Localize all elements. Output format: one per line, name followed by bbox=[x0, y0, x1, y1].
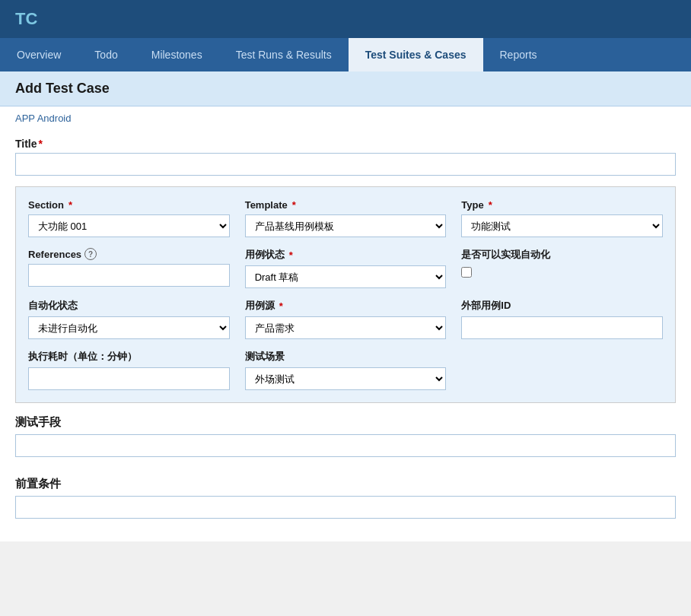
app-logo: TC bbox=[15, 9, 37, 28]
test-scenario-select[interactable]: 外场测试 bbox=[245, 367, 447, 390]
title-label: Title* bbox=[15, 138, 676, 150]
breadcrumb-link[interactable]: APP Android bbox=[15, 113, 71, 124]
external-id-col: 外部用例ID bbox=[461, 299, 663, 339]
case-status-required: * bbox=[289, 249, 293, 261]
case-status-select[interactable]: Draft 草稿 bbox=[245, 265, 447, 288]
template-select[interactable]: 产品基线用例模板 bbox=[245, 214, 447, 237]
type-required: * bbox=[489, 199, 492, 211]
template-label: Template * bbox=[245, 199, 447, 211]
test-means-input[interactable] bbox=[15, 434, 676, 457]
external-id-label: 外部用例ID bbox=[461, 299, 663, 313]
references-label: References ? bbox=[28, 248, 230, 260]
tab-overview[interactable]: Overview bbox=[0, 38, 78, 71]
case-status-col: 用例状态 * Draft 草稿 bbox=[245, 248, 447, 288]
tab-todo[interactable]: Todo bbox=[78, 38, 134, 71]
auto-checkbox-label: 是否可以实现自动化 bbox=[461, 248, 663, 262]
template-required: * bbox=[292, 199, 296, 211]
section-select[interactable]: 大功能 001 bbox=[28, 214, 230, 237]
case-source-select[interactable]: 产品需求 bbox=[245, 316, 447, 339]
references-input[interactable] bbox=[28, 264, 230, 287]
exec-time-label: 执行耗时（单位：分钟） bbox=[28, 350, 230, 364]
test-means-section: 测试手段 bbox=[15, 415, 676, 465]
preconditions-title: 前置条件 bbox=[15, 477, 676, 491]
external-id-input[interactable] bbox=[461, 316, 663, 339]
breadcrumb[interactable]: APP Android bbox=[0, 106, 691, 130]
preconditions-section: 前置条件 bbox=[15, 477, 676, 526]
automation-col: 自动化状态 未进行自动化 bbox=[28, 299, 230, 339]
exec-time-input[interactable] bbox=[28, 367, 230, 390]
type-col: Type * 功能测试 bbox=[461, 199, 663, 237]
case-source-label: 用例源 * bbox=[245, 299, 447, 313]
section-col: Section * 大功能 001 bbox=[28, 199, 230, 237]
references-col: References ? bbox=[28, 248, 230, 288]
test-scenario-col: 测试场景 外场测试 bbox=[245, 350, 447, 390]
automation-select[interactable]: 未进行自动化 bbox=[28, 316, 230, 339]
tab-milestones[interactable]: Milestones bbox=[135, 38, 219, 71]
page-title-bar: Add Test Case bbox=[0, 71, 691, 106]
auto-checkbox[interactable] bbox=[461, 267, 472, 278]
title-field-group: Title* bbox=[15, 138, 676, 176]
references-help-icon[interactable]: ? bbox=[84, 248, 97, 260]
case-source-col: 用例源 * 产品需求 bbox=[245, 299, 447, 339]
form-grid: Section * 大功能 001 Template * 产品基线用例模板 bbox=[28, 199, 663, 390]
case-source-required: * bbox=[279, 300, 283, 312]
tab-test-suites[interactable]: Test Suites & Cases bbox=[349, 38, 483, 71]
auto-checkbox-col: 是否可以实现自动化 bbox=[461, 248, 663, 288]
auto-checkbox-wrapper bbox=[461, 267, 663, 278]
case-status-label: 用例状态 * bbox=[245, 248, 447, 262]
test-means-title: 测试手段 bbox=[15, 415, 676, 430]
title-input[interactable] bbox=[15, 153, 676, 176]
preconditions-input[interactable] bbox=[15, 496, 676, 519]
test-scenario-label: 测试场景 bbox=[245, 350, 447, 364]
form-section: Section * 大功能 001 Template * 产品基线用例模板 bbox=[15, 186, 676, 403]
type-label: Type * bbox=[461, 199, 663, 211]
section-label: Section * bbox=[28, 199, 230, 211]
template-col: Template * 产品基线用例模板 bbox=[245, 199, 447, 237]
section-required: * bbox=[68, 199, 72, 211]
type-select[interactable]: 功能测试 bbox=[461, 214, 663, 237]
page-title: Add Test Case bbox=[15, 81, 110, 96]
tab-test-runs[interactable]: Test Runs & Results bbox=[219, 38, 349, 71]
nav-tabs: Overview Todo Milestones Test Runs & Res… bbox=[0, 38, 691, 71]
exec-time-col: 执行耗时（单位：分钟） bbox=[28, 350, 230, 390]
title-required-star: * bbox=[39, 138, 43, 150]
tab-reports[interactable]: Reports bbox=[483, 38, 554, 71]
app-header: TC bbox=[0, 0, 691, 38]
automation-label: 自动化状态 bbox=[28, 299, 230, 313]
empty-col bbox=[461, 350, 663, 390]
main-content: Title* Section * 大功能 001 Template * bbox=[0, 130, 691, 541]
